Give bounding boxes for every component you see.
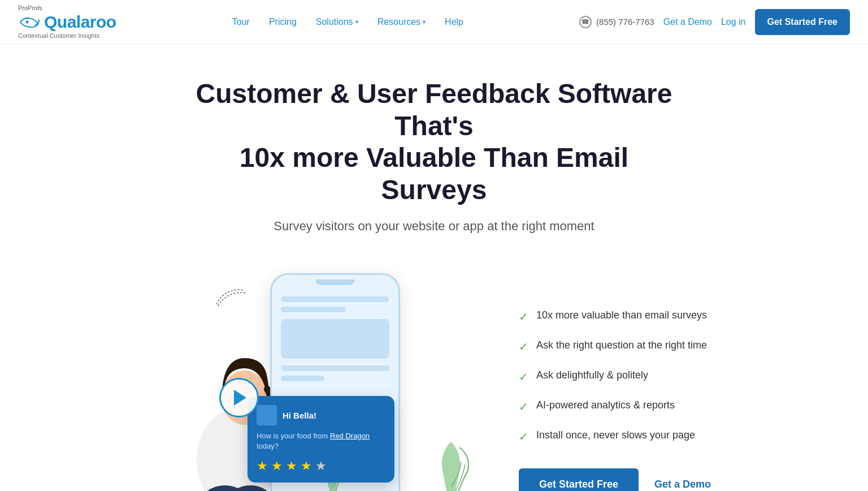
phone-content-line bbox=[281, 307, 346, 312]
feature-text-1: 10x more valuable than email surveys bbox=[536, 309, 707, 321]
star-4[interactable]: ★ bbox=[301, 459, 312, 473]
hero-cta-primary[interactable]: Get Started Free bbox=[519, 468, 639, 492]
hero-illustration: Hi Bella! How is your food from Red Drag… bbox=[157, 268, 485, 492]
feature-text-3: Ask delightfully & politely bbox=[536, 369, 648, 381]
feature-item-3: ✓ Ask delightfully & politely bbox=[519, 361, 711, 391]
brand-tagline: Contextual Customer Insights bbox=[18, 32, 99, 39]
phone-content-line bbox=[281, 365, 389, 371]
hero-section: Customer & User Feedback Software That's… bbox=[0, 44, 868, 268]
play-button[interactable] bbox=[219, 378, 259, 417]
check-icon-3: ✓ bbox=[519, 370, 528, 384]
feature-text-2: Ask the right question at the right time bbox=[536, 339, 707, 351]
survey-greeting: Hi Bella! bbox=[283, 411, 316, 420]
survey-popup-header: Hi Bella! bbox=[257, 405, 385, 425]
survey-popup: Hi Bella! How is your food from Red Drag… bbox=[248, 396, 394, 482]
phone-image-placeholder bbox=[281, 319, 389, 359]
feature-item-1: ✓ 10x more valuable than email surveys bbox=[519, 302, 711, 331]
play-triangle-icon bbox=[234, 390, 246, 406]
check-icon-2: ✓ bbox=[519, 340, 528, 354]
phone-icon: ☎ bbox=[579, 16, 592, 28]
decoration-lines bbox=[214, 285, 248, 311]
brand-name: Qualaroo bbox=[44, 12, 116, 32]
survey-brand-highlight: Red Dragon bbox=[330, 432, 370, 440]
feature-item-2: ✓ Ask the right question at the right ti… bbox=[519, 331, 711, 361]
nav-solutions[interactable]: Solutions ▾ bbox=[308, 12, 366, 32]
logo-icon bbox=[18, 14, 41, 30]
main-nav: Tour Pricing Solutions ▾ Resources ▾ Hel… bbox=[224, 12, 471, 32]
phone-content-line bbox=[281, 376, 324, 381]
svg-point-0 bbox=[26, 21, 29, 24]
star-2[interactable]: ★ bbox=[271, 459, 283, 473]
feature-text-4: AI-powered analytics & reports bbox=[536, 399, 675, 411]
nav-resources[interactable]: Resources ▾ bbox=[370, 12, 433, 32]
check-icon-4: ✓ bbox=[519, 400, 528, 414]
star-1[interactable]: ★ bbox=[257, 459, 268, 473]
phone-notch bbox=[315, 279, 355, 285]
phone-content bbox=[272, 292, 398, 390]
feature-text-5: Install once, never slows your page bbox=[536, 429, 695, 441]
nav-help[interactable]: Help bbox=[437, 12, 471, 32]
survey-avatar bbox=[257, 405, 277, 425]
header-login-link[interactable]: Log in bbox=[721, 17, 746, 27]
leaf-decoration-right bbox=[428, 442, 474, 492]
header-cta-button[interactable]: Get Started Free bbox=[755, 9, 850, 35]
hero-subheadline: Survey visitors on your website or app a… bbox=[23, 219, 845, 234]
brand-parent: ProProfs bbox=[18, 5, 42, 11]
hero-content: Hi Bella! How is your food from Red Drag… bbox=[38, 268, 830, 492]
star-5[interactable]: ★ bbox=[315, 459, 327, 473]
resources-chevron-icon: ▾ bbox=[423, 19, 426, 25]
survey-stars: ★ ★ ★ ★ ★ bbox=[257, 459, 385, 473]
check-icon-5: ✓ bbox=[519, 430, 528, 443]
survey-question: How is your food from Red Dragon today? bbox=[257, 431, 385, 451]
phone-content-line bbox=[281, 296, 389, 302]
hero-cta-demo[interactable]: Get a Demo bbox=[654, 479, 711, 490]
check-icon-1: ✓ bbox=[519, 310, 528, 324]
nav-tour[interactable]: Tour bbox=[224, 12, 258, 32]
phone-area: ☎ (855) 776-7763 bbox=[579, 16, 654, 28]
feature-item-5: ✓ Install once, never slows your page bbox=[519, 421, 711, 451]
header-right: ☎ (855) 776-7763 Get a Demo Log in Get S… bbox=[579, 9, 850, 35]
hero-cta-buttons: Get Started Free Get a Demo bbox=[519, 468, 711, 492]
phone-number: (855) 776-7763 bbox=[596, 17, 654, 27]
header-demo-link[interactable]: Get a Demo bbox=[663, 17, 712, 27]
hero-headline: Customer & User Feedback Software That's… bbox=[191, 78, 677, 206]
nav-pricing[interactable]: Pricing bbox=[261, 12, 305, 32]
solutions-chevron-icon: ▾ bbox=[355, 19, 358, 25]
star-3[interactable]: ★ bbox=[286, 459, 297, 473]
logo-area[interactable]: ProProfs Qualaroo Contextual Customer In… bbox=[18, 5, 116, 39]
hero-features: ✓ 10x more valuable than email surveys ✓… bbox=[519, 268, 711, 492]
feature-item-4: ✓ AI-powered analytics & reports bbox=[519, 391, 711, 421]
